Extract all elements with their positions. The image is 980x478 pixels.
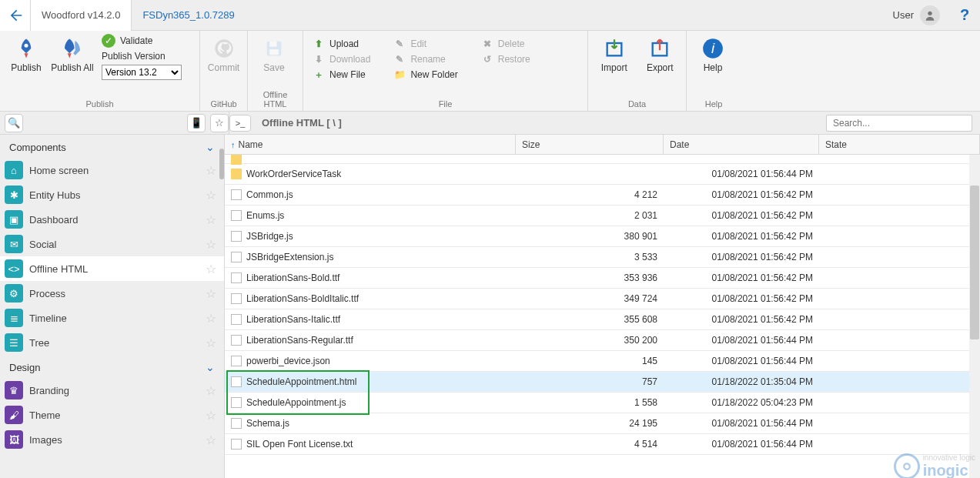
- star-icon: ☆: [206, 383, 216, 398]
- file-icon: [231, 376, 242, 387]
- rocket-stack-icon: [59, 35, 85, 62]
- sidebar-item-label: Process: [29, 288, 65, 299]
- sidebar-item-offline-html[interactable]: <>Offline HTML☆: [0, 256, 224, 281]
- version-select[interactable]: Version 13.2: [102, 65, 182, 80]
- export-icon: [647, 35, 673, 62]
- table-row[interactable]: Schema.js24 19501/08/2021 01:56:44 PM: [225, 413, 980, 434]
- table-row[interactable]: ScheduleAppointment.html75701/18/2022 01…: [225, 372, 980, 393]
- file-date: 01/08/2021 01:56:42 PM: [712, 210, 813, 221]
- sidebar-scrollbar[interactable]: [219, 135, 224, 478]
- import-button[interactable]: Import: [593, 34, 636, 73]
- sidebar-item-timeline[interactable]: ≣Timeline☆: [0, 306, 224, 330]
- export-button[interactable]: Export: [639, 34, 682, 73]
- file-icon: [231, 272, 242, 283]
- table-row[interactable]: JSBridgeExtension.js3 53301/08/2021 01:5…: [225, 247, 980, 268]
- back-button[interactable]: [0, 0, 31, 31]
- table-row[interactable]: LiberationSans-Italic.ttf355 60801/08/20…: [225, 309, 980, 330]
- user-area[interactable]: User: [884, 5, 949, 25]
- table-row[interactable]: WorkOrderServiceTask01/08/2021 01:56:44 …: [225, 164, 980, 185]
- top-bar: Woodford v14.2.0 FSDyn365_1.0.7289 User …: [0, 0, 980, 31]
- file-icon: [231, 210, 242, 221]
- column-state[interactable]: State: [819, 135, 980, 154]
- file-size: 349 724: [624, 293, 657, 304]
- help-button[interactable]: ?: [949, 6, 980, 24]
- sidebar-item-label: Dashboard: [29, 214, 79, 226]
- file-date: 01/08/2021 01:56:42 PM: [712, 314, 813, 325]
- star-icon: ☆: [206, 408, 216, 423]
- table-row[interactable]: SIL Open Font License.txt4 51401/08/2021…: [225, 434, 980, 455]
- group-label-data: Data: [593, 98, 681, 111]
- sidebar-item-home-screen[interactable]: ⌂Home screen☆: [0, 158, 224, 182]
- project-link[interactable]: FSDyn365_1.0.7289: [132, 9, 245, 21]
- svg-point-1: [25, 44, 28, 48]
- file-name: powerbi_device.json: [246, 356, 330, 366]
- section-design[interactable]: Design ⌄: [0, 355, 224, 378]
- sidebar-item-theme[interactable]: 🖌Theme☆: [0, 403, 224, 427]
- column-name[interactable]: ↑Name: [225, 135, 516, 154]
- sidebar-item-tree[interactable]: ☰Tree☆: [0, 330, 224, 355]
- sidebar-item-branding[interactable]: ♛Branding☆: [0, 378, 224, 403]
- table-row[interactable]: powerbi_device.json14501/08/2021 01:56:4…: [225, 351, 980, 372]
- file-name: LiberationSans-BoldItalic.ttf: [246, 293, 359, 304]
- star-icon: ☆: [206, 433, 216, 447]
- column-date[interactable]: Date: [664, 135, 819, 154]
- validate-button[interactable]: ✓ Validate: [102, 34, 152, 48]
- table-row[interactable]: LiberationSans-Regular.ttf350 20001/08/2…: [225, 330, 980, 351]
- search-input[interactable]: [826, 115, 972, 132]
- file-name: LiberationSans-Regular.ttf: [246, 335, 353, 346]
- star-icon: ☆: [206, 286, 216, 301]
- publish-all-button[interactable]: Publish All: [51, 34, 94, 73]
- file-date: 01/18/2022 05:04:23 PM: [712, 397, 813, 408]
- table-row[interactable]: LiberationSans-Bold.ttf353 93601/08/2021…: [225, 268, 980, 289]
- sidebar-item-dashboard[interactable]: ▣Dashboard☆: [0, 207, 224, 232]
- svg-rect-4: [269, 42, 276, 47]
- hub-icon: ✱: [5, 186, 23, 204]
- publish-button[interactable]: Publish: [5, 34, 48, 73]
- chevron-down-icon: ⌄: [206, 141, 215, 153]
- file-date: 01/08/2021 01:56:44 PM: [712, 335, 813, 346]
- time-icon: ≣: [5, 309, 23, 327]
- section-components[interactable]: Components ⌄: [0, 135, 224, 158]
- plus-icon: ＋: [313, 69, 325, 81]
- vertical-scrollbar[interactable]: [969, 155, 980, 478]
- table-row[interactable]: LiberationSans-BoldItalic.ttf349 72401/0…: [225, 289, 980, 309]
- table-row[interactable]: ScheduleAppointment.js1 55801/18/2022 05…: [225, 393, 980, 413]
- new-folder-button[interactable]: 📁New Folder: [389, 68, 462, 82]
- sidebar-item-process[interactable]: ⚙Process☆: [0, 281, 224, 306]
- folder-plus-icon: 📁: [393, 69, 406, 81]
- upload-button[interactable]: ⬆Upload: [308, 37, 375, 51]
- sidebar-item-images[interactable]: 🖼Images☆: [0, 427, 224, 452]
- help-ribbon-button[interactable]: i Help: [691, 34, 734, 73]
- star-icon: ☆: [206, 262, 216, 276]
- new-file-button[interactable]: ＋New File: [308, 68, 375, 82]
- device-icon: 📱: [190, 117, 202, 129]
- file-name: ScheduleAppointment.js: [246, 397, 346, 408]
- file-rows: WorkOrderServiceTask01/08/2021 01:56:44 …: [225, 155, 980, 478]
- file-size: 1 558: [634, 397, 657, 408]
- file-size: 3 533: [634, 252, 657, 262]
- magnifier-icon: 🔍: [8, 117, 20, 129]
- delete-button: ✖Delete: [477, 37, 535, 51]
- file-size: 2 031: [634, 210, 657, 221]
- search-toggle-button[interactable]: 🔍: [5, 114, 23, 132]
- table-row[interactable]: JSBridge.js380 90101/08/2021 01:56:42 PM: [225, 226, 980, 247]
- terminal-button[interactable]: >_: [229, 115, 251, 132]
- column-size[interactable]: Size: [516, 135, 664, 154]
- table-row[interactable]: [225, 155, 980, 164]
- validate-label: Validate: [120, 35, 152, 46]
- delete-icon: ✖: [481, 38, 493, 50]
- save-button: Save: [253, 34, 296, 73]
- app-title: Woodford v14.2.0: [31, 0, 132, 31]
- brand-icon: ♛: [5, 381, 23, 399]
- sidebar-item-social[interactable]: ✉Social☆: [0, 232, 224, 256]
- table-row[interactable]: Enums.js2 03101/08/2021 01:56:42 PM: [225, 206, 980, 226]
- favorite-button[interactable]: ☆: [210, 114, 229, 132]
- publish-all-label: Publish All: [51, 62, 93, 73]
- device-button[interactable]: 📱: [187, 114, 206, 132]
- sidebar-item-label: Branding: [29, 385, 69, 396]
- save-icon: [261, 35, 287, 62]
- commit-button: Commit: [205, 34, 242, 73]
- table-row[interactable]: Common.js4 21201/08/2021 01:56:42 PM: [225, 185, 980, 206]
- second-bar: 🔍 📱 ☆ >_ Offline HTML [ \ ]: [0, 112, 980, 135]
- sidebar-item-entity-hubs[interactable]: ✱Entity Hubs☆: [0, 182, 224, 207]
